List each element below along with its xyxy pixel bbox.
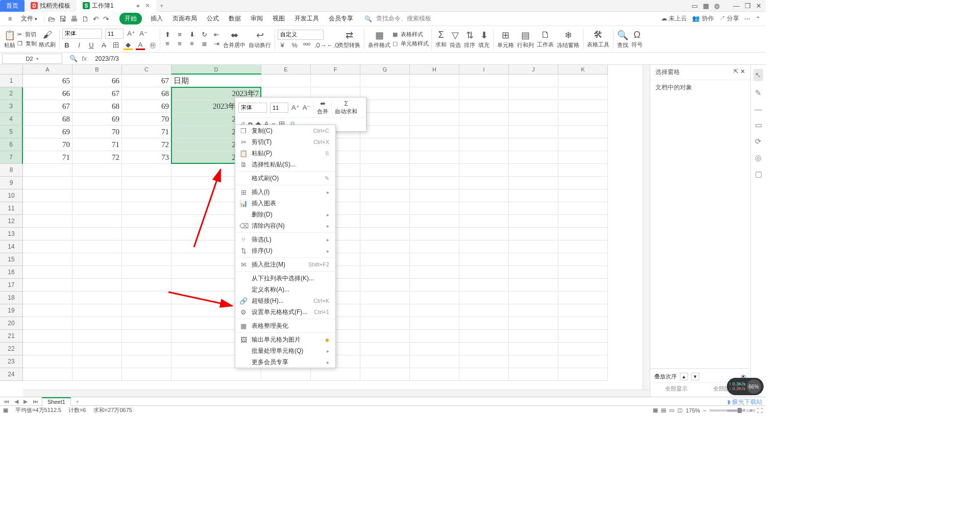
ctx-comment[interactable]: ✉插入批注(M)Shift+F2: [235, 259, 335, 270]
cell-J22[interactable]: [509, 343, 558, 355]
cell-K22[interactable]: [558, 343, 608, 355]
underline-icon[interactable]: U: [87, 41, 96, 49]
col-header-E[interactable]: E: [261, 65, 311, 75]
freeze-button[interactable]: ❄冻结窗格: [556, 30, 580, 49]
cell-K16[interactable]: [558, 266, 608, 279]
cell-K8[interactable]: [558, 164, 608, 177]
table-style-button[interactable]: ▦表格样式: [393, 31, 429, 38]
cell-C12[interactable]: [122, 215, 172, 228]
cell-C15[interactable]: [122, 253, 172, 266]
layer-up-icon[interactable]: ▴: [680, 373, 688, 380]
view-normal-icon[interactable]: ▦: [653, 407, 658, 414]
cell-K3[interactable]: [558, 100, 608, 113]
cell-A11[interactable]: [23, 202, 72, 215]
cell-B10[interactable]: [72, 189, 122, 202]
cell-H16[interactable]: [410, 266, 459, 279]
undo-icon[interactable]: ↶: [93, 15, 99, 23]
sb-location-icon[interactable]: ◎: [755, 153, 762, 162]
ctx-define-name[interactable]: 定义名称(A)...: [235, 284, 335, 295]
row-header-3[interactable]: 3: [0, 100, 23, 113]
mini-size-combo[interactable]: [270, 103, 288, 113]
cell-J24[interactable]: [509, 368, 558, 381]
cloud-status[interactable]: ☁ 未上云: [661, 14, 687, 23]
cell-H7[interactable]: [410, 151, 459, 164]
save-icon[interactable]: 🖫: [59, 15, 66, 23]
cell-J23[interactable]: [509, 355, 558, 368]
cell-C20[interactable]: [122, 317, 172, 330]
cell-A7[interactable]: 71: [23, 151, 72, 164]
cell-C13[interactable]: [122, 228, 172, 240]
ctx-delete[interactable]: 删除(D)▸: [235, 209, 335, 220]
zoom-value[interactable]: 175%: [685, 407, 700, 414]
ctx-sort[interactable]: ⇅排序(U)▸: [235, 245, 335, 256]
cell-K6[interactable]: [558, 138, 608, 151]
sb-help-icon[interactable]: ▢: [755, 170, 762, 179]
row-header-6[interactable]: 6: [0, 138, 23, 151]
cell-C23[interactable]: [122, 355, 172, 368]
cell-I5[interactable]: [459, 126, 509, 138]
cell-H22[interactable]: [410, 343, 459, 355]
cell-I13[interactable]: [459, 228, 509, 240]
align-right-icon[interactable]: ≡: [187, 40, 197, 47]
cell-H8[interactable]: [410, 164, 459, 177]
cell-C17[interactable]: [122, 279, 172, 292]
cell-C18[interactable]: [122, 292, 172, 304]
cell-A19[interactable]: [23, 304, 72, 317]
cell-K10[interactable]: [558, 189, 608, 202]
cell-I1[interactable]: [459, 75, 509, 87]
skin-icon[interactable]: ◍: [714, 2, 720, 10]
row-header-19[interactable]: 19: [0, 304, 23, 317]
percent-icon[interactable]: %: [290, 41, 299, 49]
cell-J13[interactable]: [509, 228, 558, 240]
row-header-11[interactable]: 11: [0, 202, 23, 215]
cell-C7[interactable]: 73: [122, 151, 172, 164]
cell-H21[interactable]: [410, 330, 459, 343]
indent-dec-icon[interactable]: ⇤: [212, 31, 221, 38]
wrap-text-button[interactable]: ↩自动换行: [248, 30, 272, 49]
cell-H11[interactable]: [410, 202, 459, 215]
cell-F1[interactable]: [311, 75, 360, 87]
cell-K19[interactable]: [558, 304, 608, 317]
cell-A17[interactable]: [23, 279, 72, 292]
cell-A23[interactable]: [23, 355, 72, 368]
cell-J17[interactable]: [509, 279, 558, 292]
menu-start[interactable]: 开始: [119, 13, 142, 25]
menu-formula[interactable]: 公式: [206, 12, 220, 25]
ctx-cell-format[interactable]: ⚙设置单元格格式(F)...Ctrl+1: [235, 306, 335, 318]
sheet-first-icon[interactable]: ⏮: [2, 398, 11, 404]
cell-B17[interactable]: [72, 279, 122, 292]
cell-K15[interactable]: [558, 253, 608, 266]
cell-A15[interactable]: [23, 253, 72, 266]
ctx-copy[interactable]: ❐复制(C)Ctrl+C: [235, 125, 335, 136]
row-header-21[interactable]: 21: [0, 330, 23, 343]
cell-J5[interactable]: [509, 126, 558, 138]
cell-H20[interactable]: [410, 317, 459, 330]
search-placeholder[interactable]: 查找命令、搜索模板: [376, 14, 431, 23]
fx-icon[interactable]: fx: [82, 55, 87, 62]
col-header-K[interactable]: K: [558, 65, 608, 75]
row-header-2[interactable]: 2: [0, 87, 23, 100]
cell-I9[interactable]: [459, 177, 509, 189]
cell-G1[interactable]: [360, 75, 410, 87]
indent-inc-icon[interactable]: ⇥: [212, 40, 221, 47]
cell-C14[interactable]: [122, 240, 172, 253]
cell-I8[interactable]: [459, 164, 509, 177]
cell-K11[interactable]: [558, 202, 608, 215]
cell-I21[interactable]: [459, 330, 509, 343]
cell-A10[interactable]: [23, 189, 72, 202]
cell-H3[interactable]: [410, 100, 459, 113]
sort-button[interactable]: ⇅排序: [463, 30, 476, 49]
col-header-G[interactable]: G: [360, 65, 410, 75]
ctx-paste-special[interactable]: 🗎选择性粘贴(S)...: [235, 159, 335, 170]
find-button[interactable]: 🔍查找: [616, 30, 629, 49]
cell-J2[interactable]: [509, 87, 558, 100]
sheet-tab-sheet1[interactable]: Sheet1: [42, 397, 71, 406]
cell-J7[interactable]: [509, 151, 558, 164]
cell-K17[interactable]: [558, 279, 608, 292]
cell-G12[interactable]: [360, 215, 410, 228]
row-header-23[interactable]: 23: [0, 355, 23, 368]
cell-A24[interactable]: [23, 368, 72, 381]
cell-K18[interactable]: [558, 292, 608, 304]
cell-J21[interactable]: [509, 330, 558, 343]
cell-B21[interactable]: [72, 330, 122, 343]
